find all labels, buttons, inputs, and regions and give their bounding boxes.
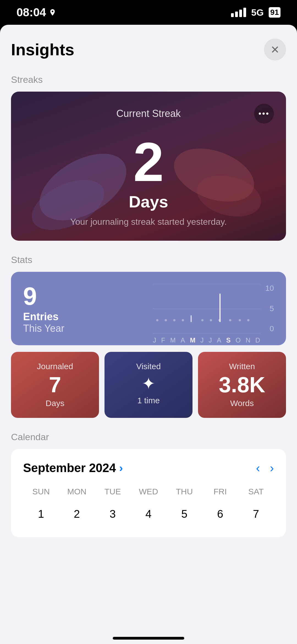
calendar-month-title: September 2024 › bbox=[23, 461, 123, 475]
streak-card: Current Streak ••• 2 Days Your journalin… bbox=[11, 92, 286, 241]
header: Insights bbox=[11, 39, 286, 61]
visited-card: Visited ✦ 1 time bbox=[105, 352, 193, 418]
more-button[interactable]: ••• bbox=[254, 104, 274, 124]
streak-card-title: Current Streak bbox=[43, 108, 254, 119]
streak-subtitle: Your journaling streak started yesterday… bbox=[23, 217, 274, 227]
x-label-n: N bbox=[246, 336, 250, 344]
calendar-day-7[interactable]: 7 bbox=[238, 505, 274, 524]
y-label-10: 10 bbox=[265, 284, 274, 293]
status-time: 08:04 bbox=[16, 6, 56, 19]
battery-level: 91 bbox=[270, 8, 279, 17]
x-label-j3: J bbox=[209, 336, 212, 344]
x-label-f: F bbox=[161, 336, 165, 344]
streaks-section-label: Streaks bbox=[11, 74, 286, 85]
calendar-card: September 2024 › ‹ › SUN MON TUE WED THU… bbox=[11, 449, 286, 537]
x-label-d: D bbox=[255, 336, 260, 344]
weekday-mon: MON bbox=[59, 487, 95, 496]
month-chevron-icon[interactable]: › bbox=[119, 462, 123, 474]
chart-dot-apr bbox=[182, 319, 184, 321]
calendar-section: Calendar September 2024 › ‹ › SUN MON TU… bbox=[11, 432, 286, 537]
chart-bars-container bbox=[153, 284, 260, 322]
stats-section-label: Stats bbox=[11, 254, 286, 265]
calendar-day-2[interactable]: 2 bbox=[59, 505, 95, 524]
chart-dot-jan bbox=[156, 319, 158, 321]
streak-card-header: Current Streak ••• bbox=[23, 104, 274, 124]
month-year-text: September 2024 bbox=[23, 461, 116, 475]
chart-grid-bottom bbox=[153, 333, 260, 333]
chart-dot-oct bbox=[229, 319, 231, 321]
x-label-o: O bbox=[236, 336, 241, 344]
written-number: 3.8K bbox=[219, 374, 265, 396]
x-label-m2: M bbox=[190, 336, 196, 344]
chart-y-labels: 10 5 0 bbox=[265, 284, 274, 333]
x-label-a: A bbox=[181, 336, 185, 344]
chart-dot-mar bbox=[173, 319, 175, 321]
calendar-day-4[interactable]: 4 bbox=[131, 505, 166, 524]
weekday-sun: SUN bbox=[23, 487, 59, 496]
visited-icon: ✦ bbox=[142, 374, 155, 393]
calendar-day-3[interactable]: 3 bbox=[95, 505, 131, 524]
mini-stats-row: Journaled 7 Days Visited ✦ 1 time Writte… bbox=[11, 352, 286, 418]
y-label-0: 0 bbox=[270, 324, 274, 333]
main-content: Insights Streaks Current Streak ••• 2 Da… bbox=[0, 25, 297, 644]
x-label-s: S bbox=[226, 336, 231, 344]
journaled-label: Journaled bbox=[37, 362, 73, 371]
calendar-prev-button[interactable]: ‹ bbox=[256, 461, 260, 475]
close-button[interactable] bbox=[264, 39, 286, 61]
visited-count: 1 time bbox=[137, 396, 160, 405]
chart-bar-may bbox=[191, 315, 192, 322]
chart-dot-jul bbox=[210, 319, 212, 321]
calendar-day-5[interactable]: 5 bbox=[166, 505, 202, 524]
x-label-j: J bbox=[153, 336, 156, 344]
x-label-a2: A bbox=[217, 336, 221, 344]
more-dots-icon: ••• bbox=[258, 109, 270, 118]
chart-dot-jun bbox=[201, 319, 204, 321]
journaled-bottom: Days bbox=[46, 399, 64, 408]
chart-dot-nov bbox=[239, 319, 241, 321]
calendar-next-button[interactable]: › bbox=[270, 461, 274, 475]
location-icon bbox=[49, 9, 56, 16]
weekday-sat: SAT bbox=[238, 487, 274, 496]
close-icon bbox=[270, 45, 280, 54]
stats-section: Stats 9 Entries This Year 10 5 0 bbox=[11, 254, 286, 418]
calendar-section-label: Calendar bbox=[11, 432, 286, 442]
page-title: Insights bbox=[11, 40, 74, 59]
calendar-day-1[interactable]: 1 bbox=[23, 505, 59, 524]
weekday-wed: WED bbox=[131, 487, 166, 496]
signal-bars bbox=[231, 8, 246, 17]
streak-days-label: Days bbox=[23, 192, 274, 211]
weekday-tue: TUE bbox=[95, 487, 131, 496]
visited-label: Visited bbox=[136, 362, 161, 371]
calendar-header: September 2024 › ‹ › bbox=[23, 461, 274, 475]
y-label-5: 5 bbox=[270, 304, 274, 313]
streak-number: 2 bbox=[23, 135, 274, 190]
weekday-fri: FRI bbox=[202, 487, 238, 496]
journaled-number: 7 bbox=[49, 374, 61, 396]
calendar-day-6[interactable]: 6 bbox=[202, 505, 238, 524]
x-label-j2: J bbox=[200, 336, 204, 344]
time-display: 08:04 bbox=[16, 6, 46, 19]
chart-dot-dec bbox=[247, 319, 249, 321]
status-bar: 08:04 5G 91 bbox=[0, 0, 297, 25]
chart-dot-feb bbox=[165, 319, 167, 321]
calendar-days: 1 2 3 4 5 6 7 bbox=[23, 505, 274, 524]
stats-card: 9 Entries This Year 10 5 0 bbox=[11, 272, 286, 345]
chart-x-labels: J F M A M J J A S O N D bbox=[153, 336, 260, 344]
journaled-card: Journaled 7 Days bbox=[11, 352, 99, 418]
written-card: Written 3.8K Words bbox=[198, 352, 286, 418]
x-label-m1: M bbox=[170, 336, 176, 344]
status-right: 5G 91 bbox=[231, 7, 280, 18]
chart-bar-sep bbox=[219, 294, 221, 322]
written-bottom: Words bbox=[230, 399, 254, 408]
home-indicator bbox=[113, 637, 184, 640]
stats-chart: 10 5 0 bbox=[153, 284, 274, 333]
written-label: Written bbox=[229, 362, 255, 371]
weekday-thu: THU bbox=[166, 487, 202, 496]
calendar-weekdays: SUN MON TUE WED THU FRI SAT bbox=[23, 487, 274, 496]
network-label: 5G bbox=[251, 7, 263, 18]
battery-indicator: 91 bbox=[269, 7, 280, 18]
calendar-nav: ‹ › bbox=[256, 461, 274, 475]
